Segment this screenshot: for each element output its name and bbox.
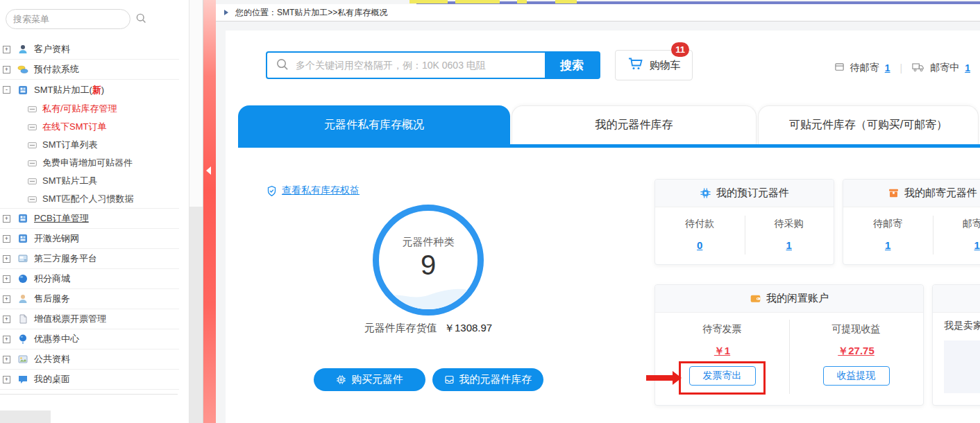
main-area: 您的位置：SMT贴片加工>>私有库存概况 搜索 购物车 11 待邮寄: [216, 0, 980, 423]
sidebar-item-vat-invoice[interactable]: + 增值税票开票管理: [0, 309, 179, 329]
expand-icon[interactable]: +: [3, 356, 10, 363]
chip-icon: [700, 187, 711, 199]
sidebar-item-third-party-platform[interactable]: + 第三方服务平台: [0, 249, 179, 269]
page-icon: [28, 160, 37, 166]
tab-underline: [238, 144, 980, 148]
sidebar-item-label: 积分商城: [34, 273, 70, 285]
card-seller: 我是卖家: [932, 284, 980, 406]
component-search-box: 搜索: [266, 51, 600, 79]
cart-badge: 11: [671, 42, 689, 57]
tab-private-stock-overview[interactable]: 元器件私有库存概况: [238, 105, 510, 144]
sidebar-collapse-handle[interactable]: [203, 0, 216, 423]
stock-value-label: 元器件库存货值: [364, 322, 437, 334]
sidebar-item-label: 客户资料: [34, 43, 70, 55]
view-rights-link[interactable]: 查看私有库存权益: [266, 184, 360, 197]
divider: [789, 320, 790, 394]
my-component-stock-button[interactable]: 我的元器件库存: [432, 368, 543, 391]
sidebar-item-customer-info[interactable]: + 客户资料: [0, 40, 179, 60]
expand-icon[interactable]: +: [3, 275, 10, 283]
collapse-icon[interactable]: -: [3, 86, 10, 94]
card-reserved-components: 我的预订元器件 待付款 0 待采购 1: [654, 179, 834, 265]
sidebar-item-pcb-orders[interactable]: + PCB订单管理: [0, 209, 179, 229]
tab-my-components[interactable]: 我的元器件库存: [512, 105, 757, 144]
annotation-arrow-head: [673, 371, 682, 385]
sidebar-item-label: 优惠券中心: [34, 333, 79, 345]
sidebar-item-after-sales[interactable]: + 售后服务: [0, 289, 179, 309]
expand-icon[interactable]: +: [3, 235, 10, 243]
screen-icon: [17, 253, 28, 264]
invoice-amount-link[interactable]: ￥1: [714, 345, 730, 358]
truck-icon: [912, 62, 924, 75]
sidebar-subitem-smt-habit-data[interactable]: SMT匹配个人习惯数据: [0, 190, 179, 208]
top-highlight-segment: [555, 0, 577, 3]
sidebar-item-smt-processing[interactable]: - SMT贴片加工( 新): [0, 80, 179, 100]
wave-decoration: [379, 277, 478, 309]
scrollbar-track[interactable]: [189, 207, 203, 423]
card-header: [933, 285, 980, 313]
sidebar-subitem-online-smt-order[interactable]: 在线下SMT订单: [0, 118, 179, 136]
sidebar-item-public-resources[interactable]: + 公共资料: [0, 349, 179, 370]
chat-bubble-icon: [17, 374, 28, 385]
search-button[interactable]: 搜索: [545, 53, 599, 78]
sidebar-item-points-mall[interactable]: + 积分商城: [0, 269, 179, 289]
grid-icon: [17, 85, 28, 96]
sidebar-item-prepay-system[interactable]: + 预付款系统: [0, 60, 179, 80]
pending-payment-link[interactable]: 0: [697, 239, 702, 251]
mailing-link[interactable]: 1: [974, 239, 980, 251]
expand-icon[interactable]: +: [3, 46, 10, 53]
collapse-left-icon: [206, 166, 211, 175]
sidebar-subitem-free-apply-components[interactable]: 免费申请增加可贴器件: [0, 154, 179, 172]
page-icon: [28, 178, 37, 184]
expand-icon[interactable]: +: [3, 295, 10, 303]
expand-icon[interactable]: +: [3, 316, 10, 323]
sidebar-item-label: 增值税票开票管理: [34, 313, 106, 325]
card-header: 我的闲置账户: [655, 285, 923, 313]
divider: |: [896, 62, 907, 74]
tab-mountable-stock[interactable]: 可贴元件库存（可购买/可邮寄）: [758, 105, 979, 144]
sidebar-subitem-private-stock-management[interactable]: 私有/可贴库存管理: [0, 100, 179, 118]
sidebar-subitem-smt-order-list[interactable]: SMT订单列表: [0, 136, 179, 154]
mail-shipping-label: 邮寄中: [930, 62, 959, 74]
cart-button[interactable]: 购物车 11: [615, 50, 693, 80]
invoice-send-button[interactable]: 发票寄出: [689, 366, 756, 386]
expand-icon[interactable]: +: [3, 255, 10, 263]
sidebar-scrollbar[interactable]: [189, 0, 203, 423]
expand-icon[interactable]: +: [3, 215, 10, 223]
component-search-input[interactable]: [296, 60, 545, 71]
top-highlight-segment: [409, 0, 448, 3]
sidebar-item-laser-stencil[interactable]: + 开激光钢网: [0, 229, 179, 249]
divider: [745, 216, 745, 254]
seller-text: 我是卖家: [944, 320, 980, 332]
sidebar-search[interactable]: [6, 9, 130, 29]
sidebar-item-coupon-center[interactable]: + 优惠券中心: [0, 329, 179, 349]
circle-value: 9: [379, 250, 478, 281]
sidebar-item-my-desktop[interactable]: + 我的桌面: [0, 370, 179, 390]
mail-pending-link[interactable]: 1: [885, 62, 890, 74]
cart-label: 购物车: [650, 59, 681, 72]
to-mail-link[interactable]: 1: [885, 239, 890, 251]
content-panel: 搜索 购物车 11 待邮寄 1 | 邮寄中 1 元器件私有库存概况 我的元器件库: [226, 31, 980, 423]
mail-shipping-link[interactable]: 1: [965, 62, 970, 74]
bottom-scroll-corner: [0, 411, 51, 423]
card-header: 我的邮寄元器件: [843, 180, 980, 207]
expand-icon[interactable]: +: [3, 66, 10, 74]
sidebar-item-label: 公共资料: [34, 353, 70, 365]
pending-purchase-link[interactable]: 1: [786, 239, 792, 251]
sidebar-subitem-smt-tools[interactable]: SMT贴片工具: [0, 172, 179, 190]
withdraw-button[interactable]: 收益提现: [823, 366, 890, 386]
expand-icon[interactable]: +: [3, 336, 10, 343]
cart-icon: [627, 56, 644, 74]
annotation-arrow: [646, 375, 673, 381]
income-amount-link[interactable]: ￥27.75: [838, 345, 875, 358]
sidebar-search-input[interactable]: [13, 14, 135, 24]
top-highlight-segment: [517, 0, 527, 3]
package-icon: [834, 62, 845, 75]
pending-purchase-label: 待采购: [775, 218, 804, 230]
sphere-icon: [17, 273, 28, 284]
component-types-gauge: 元器件种类 9: [373, 205, 484, 316]
buy-components-button[interactable]: 购买元器件: [314, 368, 425, 391]
page-icon: [28, 106, 37, 112]
mail-pending-label: 待邮寄: [850, 62, 879, 74]
sidebar: + 客户资料 + 预付款系统 - SMT贴片加工( 新) 私有/可贴库存管理: [0, 0, 189, 423]
expand-icon[interactable]: +: [3, 376, 10, 383]
